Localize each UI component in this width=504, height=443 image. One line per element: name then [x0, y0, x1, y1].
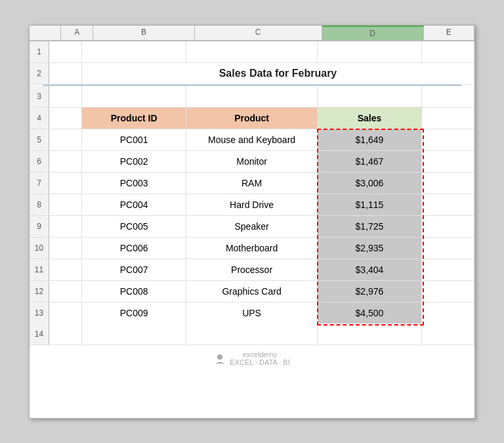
cell-e5[interactable] — [422, 129, 474, 150]
header-sales[interactable]: Sales — [318, 108, 423, 129]
watermark-icon — [214, 352, 226, 364]
header-product[interactable]: Product — [186, 108, 317, 129]
cell-d14[interactable] — [318, 324, 423, 345]
cell-d11[interactable]: $3,404 — [318, 259, 423, 280]
row-num-12: 12 — [30, 281, 49, 302]
cell-d13[interactable]: $4,500 — [318, 303, 423, 324]
row-num-1: 1 — [30, 41, 49, 62]
cell-e13[interactable] — [422, 303, 474, 324]
col-header-c[interactable]: C — [195, 26, 322, 41]
row-num-9: 9 — [30, 216, 49, 237]
watermark-text: exceldemy EXCEL · DATA · BI — [230, 350, 290, 366]
cell-e8[interactable] — [422, 194, 474, 215]
cell-c10[interactable]: Motherboard — [186, 238, 317, 259]
cell-d8[interactable]: $1,115 — [318, 194, 423, 215]
cell-d5[interactable]: $1,649 — [318, 129, 423, 150]
col-header-d[interactable]: D — [322, 26, 424, 41]
cell-a7[interactable] — [49, 173, 82, 194]
cell-e14[interactable] — [422, 324, 474, 345]
cell-a12[interactable] — [49, 281, 82, 302]
cell-a6[interactable] — [49, 151, 82, 172]
cell-a11[interactable] — [49, 259, 82, 280]
header-product-id[interactable]: Product ID — [82, 108, 187, 129]
row-11: 11 PC007 Processor $3,404 — [30, 259, 474, 281]
row-num-4: 4 — [30, 108, 49, 129]
cell-c3[interactable] — [186, 86, 317, 107]
cell-a10[interactable] — [49, 238, 82, 259]
col-header-e[interactable]: E — [424, 26, 475, 41]
cell-a8[interactable] — [49, 194, 82, 215]
cell-b7[interactable]: PC003 — [82, 173, 187, 194]
row-num-7: 7 — [30, 173, 49, 194]
cell-d12[interactable]: $2,976 — [318, 281, 423, 302]
cell-b1[interactable] — [82, 41, 187, 62]
row-13: 13 PC009 UPS $4,500 — [30, 303, 474, 324]
cell-c6[interactable]: Monitor — [186, 151, 317, 172]
cell-e4[interactable] — [422, 108, 474, 129]
row-1: 1 — [30, 41, 474, 63]
cell-c9[interactable]: Speaker — [186, 216, 317, 237]
cell-b12[interactable]: PC008 — [82, 281, 187, 302]
cell-b9[interactable]: PC005 — [82, 216, 187, 237]
cell-d9[interactable]: $1,725 — [318, 216, 423, 237]
row-7: 7 PC003 RAM $3,006 — [30, 173, 474, 194]
title-merged-cell[interactable]: Sales Data for February — [82, 63, 474, 84]
cell-d1[interactable] — [318, 41, 423, 62]
cell-e3[interactable] — [422, 86, 474, 107]
cell-d10[interactable]: $2,935 — [318, 238, 423, 259]
cell-e7[interactable] — [422, 173, 474, 194]
cell-b6[interactable]: PC002 — [82, 151, 187, 172]
cell-c11[interactable]: Processor — [186, 259, 317, 280]
cell-c13[interactable]: UPS — [186, 303, 317, 324]
cell-a9[interactable] — [49, 216, 82, 237]
row-14: 14 — [30, 324, 474, 345]
cell-c14[interactable] — [186, 324, 317, 345]
cell-e11[interactable] — [422, 259, 474, 280]
col-header-a[interactable]: A — [61, 26, 93, 41]
cell-d7[interactable]: $3,006 — [318, 173, 423, 194]
cell-c1[interactable] — [186, 41, 317, 62]
row-num-14: 14 — [30, 324, 49, 345]
cell-b10[interactable]: PC006 — [82, 238, 187, 259]
spreadsheet-title: Sales Data for February — [219, 68, 337, 79]
cell-e6[interactable] — [422, 151, 474, 172]
cell-c12[interactable]: Graphics Card — [186, 281, 317, 302]
cell-b3[interactable] — [82, 86, 187, 107]
cell-a3[interactable] — [49, 86, 82, 107]
row-12: 12 PC008 Graphics Card $2,976 — [30, 281, 474, 303]
cell-a1[interactable] — [49, 41, 82, 62]
row-4-headers: 4 Product ID Product Sales — [30, 108, 474, 129]
cell-a13[interactable] — [49, 303, 82, 324]
cell-e12[interactable] — [422, 281, 474, 302]
cell-b8[interactable]: PC004 — [82, 194, 187, 215]
cell-e1[interactable] — [422, 41, 474, 62]
row-num-8: 8 — [30, 194, 49, 215]
cell-b5[interactable]: PC001 — [82, 129, 187, 150]
row-num-5: 5 — [30, 129, 49, 150]
cell-c8[interactable]: Hard Drive — [186, 194, 317, 215]
cell-a14[interactable] — [49, 324, 82, 345]
cell-d3[interactable] — [318, 86, 423, 107]
column-headers: A B C D E — [30, 26, 474, 41]
cell-b13[interactable]: PC009 — [82, 303, 187, 324]
cell-b11[interactable]: PC007 — [82, 259, 187, 280]
row-9: 9 PC005 Speaker $1,725 — [30, 216, 474, 238]
cell-c5[interactable]: Mouse and Keyboard — [186, 129, 317, 150]
row-num-13: 13 — [30, 303, 49, 324]
row-6: 6 PC002 Monitor $1,467 — [30, 151, 474, 173]
svg-point-0 — [217, 354, 222, 360]
cell-e10[interactable] — [422, 238, 474, 259]
cell-e9[interactable] — [422, 216, 474, 237]
cell-a5[interactable] — [49, 129, 82, 150]
row-10: 10 PC006 Motherboard $2,935 — [30, 238, 474, 259]
row-2: 2 Sales Data for February — [30, 63, 474, 85]
cell-d6[interactable]: $1,467 — [318, 151, 423, 172]
row-8: 8 PC004 Hard Drive $1,115 — [30, 194, 474, 216]
col-header-b[interactable]: B — [93, 26, 195, 41]
cell-b14[interactable] — [82, 324, 187, 345]
cell-a4[interactable] — [49, 108, 82, 129]
corner-cell — [30, 26, 61, 41]
row-num-6: 6 — [30, 151, 49, 172]
cell-c7[interactable]: RAM — [186, 173, 317, 194]
cell-a2[interactable] — [49, 63, 82, 84]
